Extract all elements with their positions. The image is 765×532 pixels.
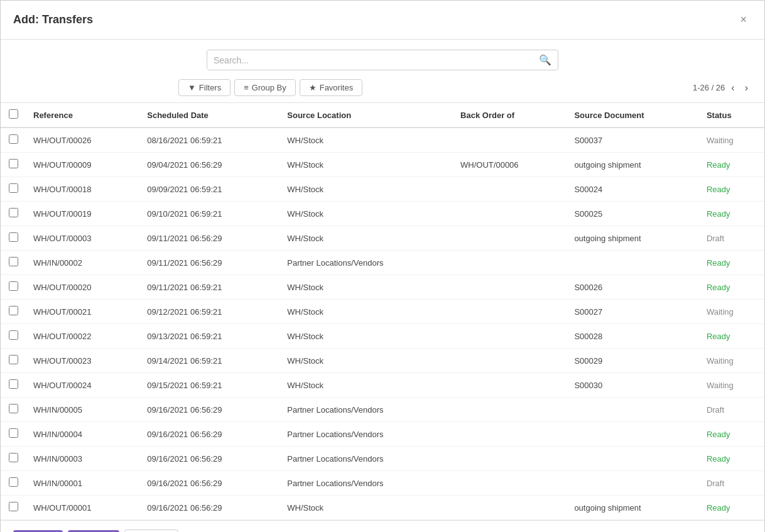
row-checkbox-1[interactable] xyxy=(9,159,18,168)
row-checkbox-7[interactable] xyxy=(9,306,18,315)
row-scheduled-date: 08/16/2021 06:59:21 xyxy=(139,128,279,153)
row-scheduled-date: 09/16/2021 06:56:29 xyxy=(139,471,279,496)
row-scheduled-date: 09/15/2021 06:59:21 xyxy=(139,373,279,398)
row-source-document: S00025 xyxy=(567,202,699,226)
row-status: Waiting xyxy=(699,128,764,153)
row-checkbox-cell xyxy=(1,177,26,202)
row-status: Ready xyxy=(699,153,764,177)
prev-page-button[interactable]: ‹ xyxy=(727,81,738,95)
table-row: WH/OUT/00021 09/12/2021 06:59:21 WH/Stoc… xyxy=(1,300,764,324)
row-scheduled-date: 09/11/2021 06:56:29 xyxy=(139,251,279,275)
close-button[interactable]: × xyxy=(735,11,752,29)
row-source-document xyxy=(567,447,699,471)
row-source-location: Partner Locations/Vendors xyxy=(279,398,453,422)
row-scheduled-date: 09/16/2021 06:56:29 xyxy=(139,496,279,520)
row-status: Waiting xyxy=(699,373,764,398)
row-checkbox-14[interactable] xyxy=(9,477,18,487)
row-back-order-of xyxy=(453,251,567,275)
table-row: WH/OUT/00009 09/04/2021 06:56:29 WH/Stoc… xyxy=(1,153,764,177)
row-checkbox-cell xyxy=(1,349,26,373)
row-back-order-of xyxy=(453,275,567,300)
row-back-order-of xyxy=(453,373,567,398)
row-checkbox-8[interactable] xyxy=(9,330,18,340)
search-input[interactable] xyxy=(207,52,533,69)
row-source-document: S00024 xyxy=(567,177,699,202)
row-checkbox-11[interactable] xyxy=(9,404,18,413)
row-checkbox-5[interactable] xyxy=(9,257,18,266)
row-reference: WH/IN/00003 xyxy=(26,447,139,471)
row-reference: WH/IN/00004 xyxy=(26,422,139,447)
table-body: WH/OUT/00026 08/16/2021 06:59:21 WH/Stoc… xyxy=(1,128,764,520)
row-checkbox-cell xyxy=(1,398,26,422)
row-checkbox-6[interactable] xyxy=(9,281,18,291)
row-checkbox-cell xyxy=(1,275,26,300)
col-scheduled-date: Scheduled Date xyxy=(139,103,279,128)
row-checkbox-3[interactable] xyxy=(9,208,18,217)
row-back-order-of xyxy=(453,177,567,202)
row-checkbox-10[interactable] xyxy=(9,379,18,389)
table-row: WH/OUT/00003 09/11/2021 06:56:29 WH/Stoc… xyxy=(1,226,764,251)
search-button[interactable]: 🔍 xyxy=(533,50,558,70)
next-page-button[interactable]: › xyxy=(741,81,752,95)
dialog-title: Add: Transfers xyxy=(13,13,93,26)
row-status: Draft xyxy=(699,398,764,422)
row-source-document: S00037 xyxy=(567,128,699,153)
row-back-order-of xyxy=(453,422,567,447)
row-checkbox-cell xyxy=(1,226,26,251)
row-checkbox-cell xyxy=(1,447,26,471)
table-row: WH/IN/00001 09/16/2021 06:56:29 Partner … xyxy=(1,471,764,496)
row-checkbox-cell xyxy=(1,471,26,496)
favorites-icon: ★ xyxy=(309,83,317,92)
filters-button[interactable]: ▼ Filters xyxy=(178,79,231,96)
search-toolbar: 🔍 xyxy=(1,40,764,75)
table-row: WH/IN/00002 09/11/2021 06:56:29 Partner … xyxy=(1,251,764,275)
row-back-order-of xyxy=(453,324,567,349)
row-back-order-of xyxy=(453,349,567,373)
row-reference: WH/IN/00001 xyxy=(26,471,139,496)
select-all-checkbox[interactable] xyxy=(9,109,18,119)
groupby-button[interactable]: ≡ Group By xyxy=(234,79,296,96)
row-source-location: WH/Stock xyxy=(279,202,453,226)
row-scheduled-date: 09/14/2021 06:59:21 xyxy=(139,349,279,373)
row-status: Ready xyxy=(699,324,764,349)
row-source-location: WH/Stock xyxy=(279,275,453,300)
row-checkbox-12[interactable] xyxy=(9,428,18,438)
row-source-location: WH/Stock xyxy=(279,324,453,349)
row-scheduled-date: 09/16/2021 06:56:29 xyxy=(139,447,279,471)
row-checkbox-cell xyxy=(1,496,26,520)
row-status: Waiting xyxy=(699,300,764,324)
filter-bar: ▼ Filters ≡ Group By ★ Favorites 1-26 / … xyxy=(1,75,764,102)
row-checkbox-9[interactable] xyxy=(9,355,18,364)
row-source-location: WH/Stock xyxy=(279,153,453,177)
row-checkbox-15[interactable] xyxy=(9,502,18,511)
cancel-button[interactable]: Cancel xyxy=(124,529,178,532)
col-status: Status xyxy=(699,103,764,128)
row-source-document xyxy=(567,251,699,275)
row-reference: WH/OUT/00018 xyxy=(26,177,139,202)
row-checkbox-cell xyxy=(1,373,26,398)
row-checkbox-0[interactable] xyxy=(9,134,18,144)
favorites-button[interactable]: ★ Favorites xyxy=(300,79,362,96)
row-scheduled-date: 09/16/2021 06:56:29 xyxy=(139,398,279,422)
row-checkbox-2[interactable] xyxy=(9,183,18,193)
add-transfers-dialog: Add: Transfers × 🔍 ▼ Filters ≡ Gro xyxy=(0,0,765,532)
row-status: Ready xyxy=(699,447,764,471)
col-source-location: Source Location xyxy=(279,103,453,128)
row-source-location: Partner Locations/Vendors xyxy=(279,471,453,496)
row-checkbox-13[interactable] xyxy=(9,453,18,462)
groupby-icon: ≡ xyxy=(244,83,249,92)
groupby-label: Group By xyxy=(252,83,286,92)
row-source-location: WH/Stock xyxy=(279,177,453,202)
row-checkbox-4[interactable] xyxy=(9,232,18,242)
search-container: 🔍 xyxy=(207,50,558,70)
row-reference: WH/OUT/00024 xyxy=(26,373,139,398)
row-checkbox-cell xyxy=(1,300,26,324)
row-back-order-of xyxy=(453,447,567,471)
row-source-document: S00026 xyxy=(567,275,699,300)
row-source-location: WH/Stock xyxy=(279,349,453,373)
table-row: WH/OUT/00019 09/10/2021 06:59:21 WH/Stoc… xyxy=(1,202,764,226)
row-back-order-of xyxy=(453,300,567,324)
row-reference: WH/IN/00005 xyxy=(26,398,139,422)
row-source-document: S00027 xyxy=(567,300,699,324)
row-status: Draft xyxy=(699,471,764,496)
